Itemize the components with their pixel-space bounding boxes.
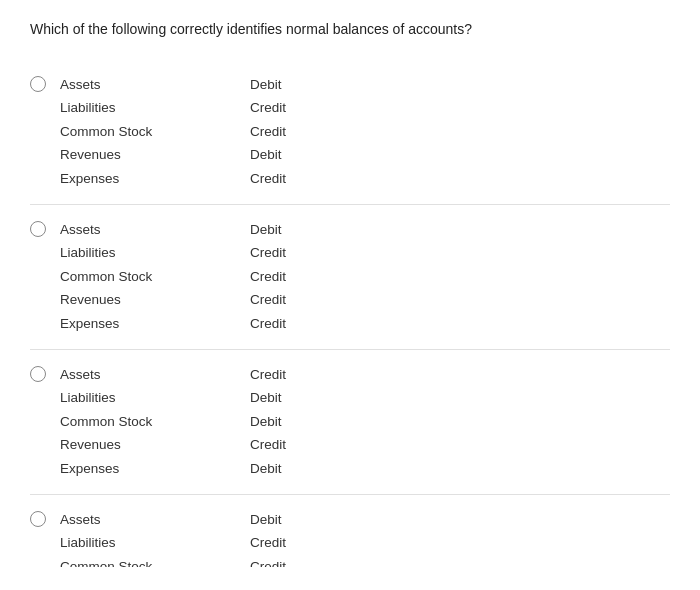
account-b-4: Revenues	[60, 289, 190, 311]
option-content-c: Assets Liabilities Common Stock Revenues…	[60, 364, 330, 480]
balance-b-4: Credit	[250, 289, 330, 311]
radio-wrapper-b[interactable]	[30, 221, 46, 240]
account-a-5: Expenses	[60, 168, 190, 190]
radio-button-a[interactable]	[30, 76, 46, 92]
option-content-a: Assets Liabilities Common Stock Revenues…	[60, 74, 330, 190]
account-b-1: Assets	[60, 219, 190, 241]
account-col-a: Assets Liabilities Common Stock Revenues…	[60, 74, 190, 190]
balance-col-c: Credit Debit Debit Credit Debit	[250, 364, 330, 480]
balance-a-2: Credit	[250, 97, 330, 119]
option-content-b: Assets Liabilities Common Stock Revenues…	[60, 219, 330, 335]
balance-c-4: Credit	[250, 434, 330, 456]
account-c-4: Revenues	[60, 434, 190, 456]
balance-a-5: Credit	[250, 168, 330, 190]
account-col-c: Assets Liabilities Common Stock Revenues…	[60, 364, 190, 480]
balance-b-5: Credit	[250, 313, 330, 335]
option-row-d: Assets Liabilities Common Stock Revenues…	[30, 495, 670, 567]
account-col-d: Assets Liabilities Common Stock Revenues	[60, 509, 190, 567]
balance-a-4: Debit	[250, 144, 330, 166]
option-content-d: Assets Liabilities Common Stock Revenues…	[60, 509, 330, 567]
account-b-5: Expenses	[60, 313, 190, 335]
radio-wrapper-d[interactable]	[30, 511, 46, 530]
balance-b-1: Debit	[250, 219, 330, 241]
radio-wrapper-c[interactable]	[30, 366, 46, 385]
balance-col-a: Debit Credit Credit Debit Credit	[250, 74, 330, 190]
radio-button-b[interactable]	[30, 221, 46, 237]
radio-button-c[interactable]	[30, 366, 46, 382]
radio-wrapper-a[interactable]	[30, 76, 46, 95]
account-b-2: Liabilities	[60, 242, 190, 264]
account-a-4: Revenues	[60, 144, 190, 166]
balance-d-1: Debit	[250, 509, 330, 531]
option-row-c: Assets Liabilities Common Stock Revenues…	[30, 350, 670, 495]
balance-d-3: Credit	[250, 556, 330, 567]
account-a-1: Assets	[60, 74, 190, 96]
balance-b-2: Credit	[250, 242, 330, 264]
account-a-2: Liabilities	[60, 97, 190, 119]
account-c-2: Liabilities	[60, 387, 190, 409]
account-c-1: Assets	[60, 364, 190, 386]
balance-c-5: Debit	[250, 458, 330, 480]
account-d-3: Common Stock	[60, 556, 190, 567]
option-row-b: Assets Liabilities Common Stock Revenues…	[30, 205, 670, 350]
options-list: Assets Liabilities Common Stock Revenues…	[30, 60, 670, 567]
account-col-b: Assets Liabilities Common Stock Revenues…	[60, 219, 190, 335]
balance-c-2: Debit	[250, 387, 330, 409]
balance-col-d: Debit Credit Credit Credit	[250, 509, 330, 567]
balance-c-3: Debit	[250, 411, 330, 433]
account-c-5: Expenses	[60, 458, 190, 480]
balance-d-2: Credit	[250, 532, 330, 554]
balance-a-3: Credit	[250, 121, 330, 143]
page-container: Which of the following correctly identif…	[0, 0, 700, 590]
account-d-1: Assets	[60, 509, 190, 531]
account-c-3: Common Stock	[60, 411, 190, 433]
account-b-3: Common Stock	[60, 266, 190, 288]
option-row-a: Assets Liabilities Common Stock Revenues…	[30, 60, 670, 205]
balance-a-1: Debit	[250, 74, 330, 96]
account-d-2: Liabilities	[60, 532, 190, 554]
question-text: Which of the following correctly identif…	[30, 20, 670, 40]
radio-button-d[interactable]	[30, 511, 46, 527]
account-a-3: Common Stock	[60, 121, 190, 143]
balance-col-b: Debit Credit Credit Credit Credit	[250, 219, 330, 335]
balance-b-3: Credit	[250, 266, 330, 288]
balance-c-1: Credit	[250, 364, 330, 386]
